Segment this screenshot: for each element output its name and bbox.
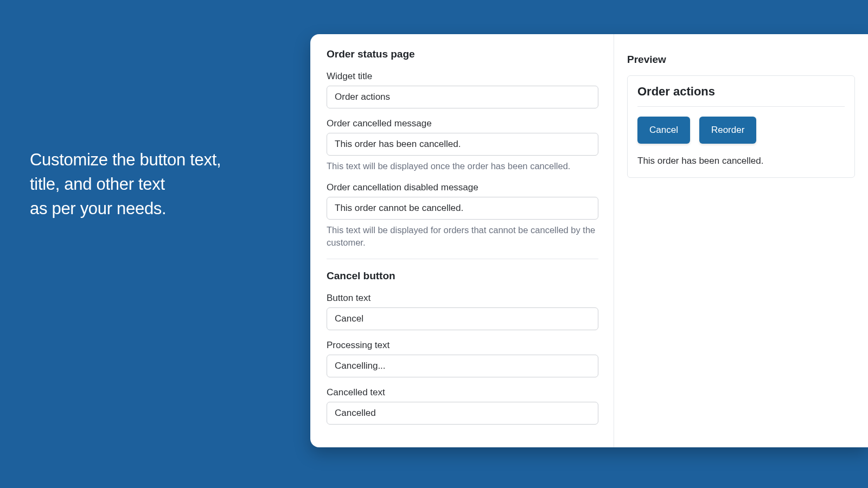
- preview-column: Preview Order actions Cancel Reorder Thi…: [614, 34, 868, 447]
- hero-line-3: as per your needs.: [30, 197, 221, 221]
- cancellation-disabled-label: Order cancellation disabled message: [327, 182, 598, 193]
- button-text-input[interactable]: [327, 307, 598, 330]
- hero-line-1: Customize the button text,: [30, 148, 221, 172]
- cancelled-text-field: Cancelled text: [327, 387, 598, 425]
- cancellation-disabled-help: This text will be displayed for orders t…: [327, 224, 598, 249]
- preview-cancel-button[interactable]: Cancel: [637, 117, 690, 144]
- preview-buttons-row: Cancel Reorder: [637, 117, 845, 144]
- cancelled-message-input[interactable]: [327, 133, 598, 156]
- hero-description: Customize the button text, title, and ot…: [30, 148, 221, 221]
- cancel-button-section-title: Cancel button: [327, 270, 598, 282]
- widget-title-input[interactable]: [327, 86, 598, 108]
- hero-line-2: title, and other text: [30, 172, 221, 197]
- section-divider: [327, 259, 598, 259]
- button-text-label: Button text: [327, 293, 598, 304]
- cancellation-disabled-input[interactable]: [327, 197, 598, 220]
- order-status-section-title: Order status page: [327, 48, 598, 60]
- button-text-field: Button text: [327, 293, 598, 330]
- processing-text-label: Processing text: [327, 340, 598, 351]
- form-column: Order status page Widget title Order can…: [310, 34, 614, 447]
- preview-heading: Preview: [627, 54, 855, 66]
- preview-status-text: This order has been cancelled.: [637, 156, 845, 166]
- preview-card: Order actions Cancel Reorder This order …: [627, 75, 855, 178]
- preview-reorder-button[interactable]: Reorder: [699, 117, 756, 144]
- preview-card-title: Order actions: [637, 85, 845, 107]
- settings-panel: Order status page Widget title Order can…: [310, 34, 868, 447]
- cancellation-disabled-field: Order cancellation disabled message This…: [327, 182, 598, 249]
- cancelled-text-input[interactable]: [327, 402, 598, 425]
- processing-text-field: Processing text: [327, 340, 598, 377]
- cancelled-message-field: Order cancelled message This text will b…: [327, 118, 598, 172]
- widget-title-field: Widget title: [327, 71, 598, 108]
- widget-title-label: Widget title: [327, 71, 598, 82]
- cancelled-message-help: This text will be displayed once the ord…: [327, 160, 598, 172]
- cancelled-message-label: Order cancelled message: [327, 118, 598, 129]
- cancelled-text-label: Cancelled text: [327, 387, 598, 398]
- processing-text-input[interactable]: [327, 355, 598, 377]
